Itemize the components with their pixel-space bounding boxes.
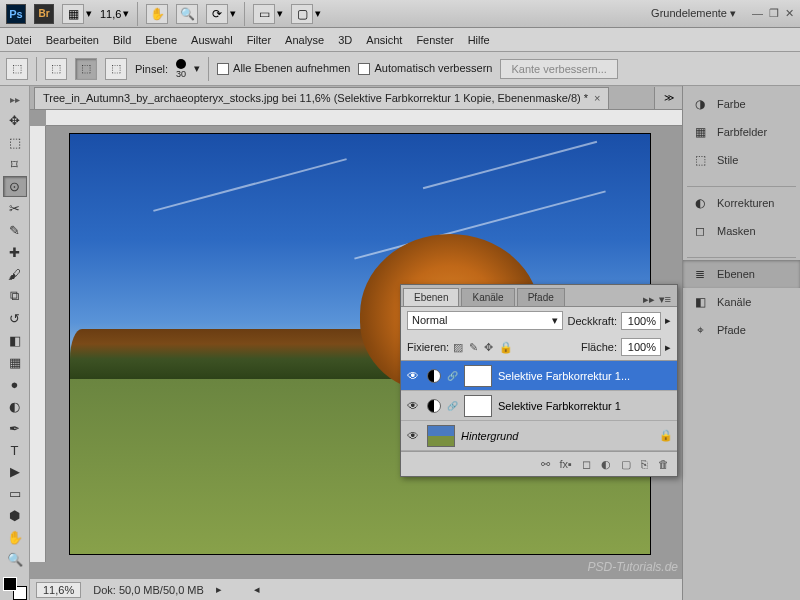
move-tool[interactable]: ✥ bbox=[3, 110, 27, 131]
photoshop-logo-icon[interactable]: Ps bbox=[6, 4, 26, 24]
checkbox-auto-enhance[interactable]: Automatisch verbessern bbox=[358, 62, 492, 75]
tab-pfade[interactable]: Pfade bbox=[517, 288, 565, 306]
lock-pixels-icon[interactable]: ✎ bbox=[469, 341, 478, 354]
layer-thumb[interactable] bbox=[427, 425, 455, 447]
zoom-tool-tb[interactable]: 🔍 bbox=[3, 549, 27, 570]
menu-auswahl[interactable]: Auswahl bbox=[191, 34, 233, 46]
hand-tool-icon[interactable]: ✋ bbox=[146, 4, 168, 24]
lasso-tool[interactable]: ⌑ bbox=[3, 154, 27, 175]
lock-position-icon[interactable]: ✥ bbox=[484, 341, 493, 354]
group-icon[interactable]: ▢ bbox=[621, 458, 631, 471]
layer-effects-icon[interactable]: fx▪ bbox=[560, 458, 572, 470]
screen-mode-dropdown[interactable]: ▢▾ bbox=[291, 4, 321, 24]
tab-overflow-icon[interactable]: ≫ bbox=[654, 87, 682, 109]
menu-bild[interactable]: Bild bbox=[113, 34, 131, 46]
visibility-toggle-icon[interactable]: 👁 bbox=[405, 399, 421, 413]
lock-all-icon[interactable]: 🔒 bbox=[499, 341, 513, 354]
layer-row-2[interactable]: 👁 Hintergrund 🔒 bbox=[401, 421, 677, 451]
refine-edge-button[interactable]: Kante verbessern... bbox=[500, 59, 617, 79]
quick-select-tool[interactable]: ⊙ bbox=[3, 176, 27, 197]
workspace-switcher[interactable]: Grundelemente ▾ bbox=[643, 7, 744, 20]
rotate-dropdown[interactable]: ⟳▾ bbox=[206, 4, 236, 24]
maximize-button[interactable]: ❐ bbox=[769, 7, 779, 20]
dock-masken[interactable]: ◻Masken bbox=[683, 217, 800, 245]
blend-mode-select[interactable]: Normal▾ bbox=[407, 311, 563, 330]
visibility-toggle-icon[interactable]: 👁 bbox=[405, 429, 421, 443]
path-select-tool[interactable]: ▶ bbox=[3, 462, 27, 483]
scroll-left-icon[interactable]: ◂ bbox=[254, 583, 260, 596]
blur-tool[interactable]: ● bbox=[3, 374, 27, 395]
link-layers-icon[interactable]: ⚯ bbox=[541, 458, 550, 471]
arrange-dropdown[interactable]: ▭▾ bbox=[253, 4, 283, 24]
delete-layer-icon[interactable]: 🗑 bbox=[658, 458, 669, 470]
visibility-toggle-icon[interactable]: 👁 bbox=[405, 369, 421, 383]
dock-kanaele[interactable]: ◧Kanäle bbox=[683, 288, 800, 316]
dock-pfade[interactable]: ⌖Pfade bbox=[683, 316, 800, 344]
collapse-toolbox-icon[interactable]: ▸▸ bbox=[10, 94, 20, 105]
gradient-tool[interactable]: ▦ bbox=[3, 352, 27, 373]
menu-hilfe[interactable]: Hilfe bbox=[468, 34, 490, 46]
hand-tool[interactable]: ✋ bbox=[3, 527, 27, 548]
lock-transparency-icon[interactable]: ▨ bbox=[453, 341, 463, 354]
doc-info-menu-icon[interactable]: ▸ bbox=[216, 583, 222, 596]
dock-stile[interactable]: ⬚Stile bbox=[683, 146, 800, 174]
adjustment-layer-button-icon[interactable]: ◐ bbox=[601, 458, 611, 471]
opacity-input[interactable]: 100% bbox=[621, 312, 661, 330]
panel-menu-icon[interactable]: ▾≡ bbox=[659, 293, 671, 306]
subtract-selection-icon[interactable]: ⬚ bbox=[105, 58, 127, 80]
menu-analyse[interactable]: Analyse bbox=[285, 34, 324, 46]
3d-tool[interactable]: ⬢ bbox=[3, 505, 27, 526]
marquee-tool[interactable]: ⬚ bbox=[3, 132, 27, 153]
bridge-logo-icon[interactable]: Br bbox=[34, 4, 54, 24]
layer-row-0[interactable]: 👁 🔗 Selektive Farbkorrektur 1... bbox=[401, 361, 677, 391]
stamp-tool[interactable]: ⧉ bbox=[3, 286, 27, 307]
fill-input[interactable]: 100% bbox=[621, 338, 661, 356]
menu-fenster[interactable]: Fenster bbox=[416, 34, 453, 46]
menu-ansicht[interactable]: Ansicht bbox=[366, 34, 402, 46]
document-tab[interactable]: Tree_in_Autumn3_by_archaeopteryx_stocks.… bbox=[34, 87, 609, 109]
layer-mask-icon[interactable]: ◻ bbox=[582, 458, 591, 471]
eraser-tool[interactable]: ◧ bbox=[3, 330, 27, 351]
menu-bearbeiten[interactable]: Bearbeiten bbox=[46, 34, 99, 46]
zoom-level-dropdown[interactable]: 11,6▾ bbox=[100, 7, 129, 20]
zoom-field[interactable]: 11,6% bbox=[36, 582, 81, 598]
menu-datei[interactable]: Datei bbox=[6, 34, 32, 46]
dock-ebenen[interactable]: ≣Ebenen bbox=[683, 260, 800, 288]
new-selection-icon[interactable]: ⬚ bbox=[45, 58, 67, 80]
foreground-color-swatch[interactable] bbox=[3, 577, 17, 591]
fill-arrow-icon[interactable]: ▸ bbox=[665, 341, 671, 354]
opacity-arrow-icon[interactable]: ▸ bbox=[665, 314, 671, 327]
tab-ebenen[interactable]: Ebenen bbox=[403, 288, 459, 306]
new-layer-icon[interactable]: ⎘ bbox=[641, 458, 648, 470]
zoom-tool-icon[interactable]: 🔍 bbox=[176, 4, 198, 24]
close-document-icon[interactable]: × bbox=[594, 92, 600, 104]
layer-mask-thumb[interactable] bbox=[464, 395, 492, 417]
color-swatches[interactable] bbox=[3, 577, 27, 600]
pen-tool[interactable]: ✒ bbox=[3, 418, 27, 439]
dock-farbe[interactable]: ◑Farbe bbox=[683, 90, 800, 118]
checkbox-all-layers[interactable]: Alle Ebenen aufnehmen bbox=[217, 62, 350, 75]
tab-kanaele[interactable]: Kanäle bbox=[461, 288, 514, 306]
dock-korrekturen[interactable]: ◐Korrekturen bbox=[683, 189, 800, 217]
healing-tool[interactable]: ✚ bbox=[3, 242, 27, 263]
quick-select-preset-icon[interactable]: ⬚ bbox=[6, 58, 28, 80]
layer-mask-thumb[interactable] bbox=[464, 365, 492, 387]
history-brush-tool[interactable]: ↺ bbox=[3, 308, 27, 329]
menu-ebene[interactable]: Ebene bbox=[145, 34, 177, 46]
brush-tool[interactable]: 🖌 bbox=[3, 264, 27, 285]
minimize-button[interactable]: ― bbox=[752, 7, 763, 20]
brush-preview[interactable]: 30 bbox=[176, 59, 186, 79]
layer-row-1[interactable]: 👁 🔗 Selektive Farbkorrektur 1 bbox=[401, 391, 677, 421]
crop-tool[interactable]: ✂ bbox=[3, 198, 27, 219]
add-selection-icon[interactable]: ⬚ bbox=[75, 58, 97, 80]
type-tool[interactable]: T bbox=[3, 440, 27, 461]
eyedropper-tool[interactable]: ✎ bbox=[3, 220, 27, 241]
menu-3d[interactable]: 3D bbox=[338, 34, 352, 46]
dodge-tool[interactable]: ◐ bbox=[3, 396, 27, 417]
collapse-panel-icon[interactable]: ▸▸ bbox=[643, 293, 655, 306]
view-options-dropdown[interactable]: ▦▾ bbox=[62, 4, 92, 24]
dock-farbfelder[interactable]: ▦Farbfelder bbox=[683, 118, 800, 146]
shape-tool[interactable]: ▭ bbox=[3, 483, 27, 504]
menu-filter[interactable]: Filter bbox=[247, 34, 271, 46]
close-button[interactable]: ✕ bbox=[785, 7, 794, 20]
